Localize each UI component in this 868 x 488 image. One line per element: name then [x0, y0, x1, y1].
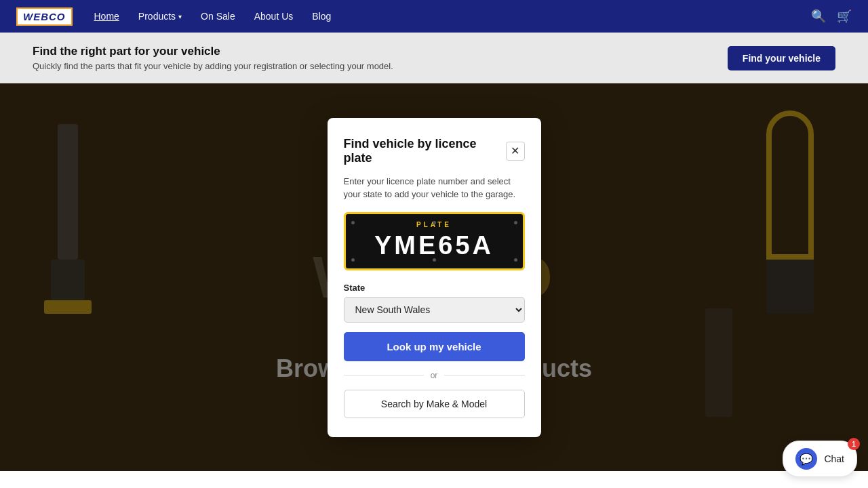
modal-title: Find vehicle by licence plate	[344, 137, 506, 165]
or-text: or	[431, 371, 438, 380]
dot-tr	[514, 221, 517, 224]
chat-container: 💬 Chat 1	[783, 441, 857, 477]
chat-badge: 1	[848, 438, 860, 450]
hero-section: WEBCO Browse our latest products Shop al…	[0, 83, 868, 471]
modal-description: Enter your licence plate number and sele…	[344, 175, 525, 201]
state-label: State	[344, 283, 525, 293]
state-select[interactable]: New South Wales Australian Capital Terri…	[344, 297, 525, 323]
plate-number: YME65A	[355, 231, 513, 260]
dot-br	[514, 258, 517, 262]
nav-products[interactable]: Products	[138, 11, 176, 22]
chat-widget: 💬 Chat 1	[783, 441, 857, 477]
banner-subtitle: Quickly find the parts that fit your veh…	[33, 61, 393, 71]
nav-links: Home Products ▾ On Sale About Us Blog	[94, 10, 332, 22]
make-model-button[interactable]: Search by Make & Model	[344, 390, 525, 418]
dot-tl	[351, 221, 355, 224]
banner-title: Find the right part for your vehicle	[33, 45, 393, 58]
modal-close-button[interactable]: ✕	[506, 142, 525, 161]
chat-label: Chat	[824, 453, 844, 464]
divider-line-left	[344, 375, 424, 375]
chat-icon: 💬	[795, 448, 817, 470]
logo-text: WEBCO	[16, 7, 73, 26]
search-icon[interactable]: 🔍	[811, 9, 826, 24]
divider-line-right	[444, 375, 524, 375]
or-divider: or	[344, 371, 525, 380]
nav-left: WEBCO Home Products ▾ On Sale About Us B…	[16, 7, 331, 26]
chat-button[interactable]: 💬 Chat	[783, 441, 857, 477]
banner-text: Find the right part for your vehicle Qui…	[33, 45, 393, 71]
nav-blog[interactable]: Blog	[312, 11, 331, 22]
products-dropdown-icon[interactable]: ▾	[178, 13, 182, 20]
nav-aboutus[interactable]: About Us	[254, 11, 294, 22]
licence-plate-modal: Find vehicle by licence plate ✕ Enter yo…	[328, 118, 541, 437]
lookup-vehicle-button[interactable]: Look up my vehicle	[344, 332, 525, 361]
find-vehicle-button[interactable]: Find your vehicle	[728, 46, 835, 70]
nav-onsale[interactable]: On Sale	[201, 11, 235, 22]
cart-icon[interactable]: 🛒	[837, 9, 852, 24]
licence-plate-display: PLATE YME65A	[344, 212, 525, 270]
nav-home[interactable]: Home	[94, 11, 119, 22]
vehicle-banner: Find the right part for your vehicle Qui…	[0, 33, 868, 83]
plate-label: PLATE	[355, 221, 513, 228]
modal-overlay[interactable]: Find vehicle by licence plate ✕ Enter yo…	[0, 83, 868, 471]
nav-right: 🔍 🛒	[811, 9, 852, 24]
navbar: WEBCO Home Products ▾ On Sale About Us B…	[0, 0, 868, 33]
dot-bl	[351, 258, 355, 262]
modal-header: Find vehicle by licence plate ✕	[344, 137, 525, 165]
logo[interactable]: WEBCO	[16, 7, 73, 26]
